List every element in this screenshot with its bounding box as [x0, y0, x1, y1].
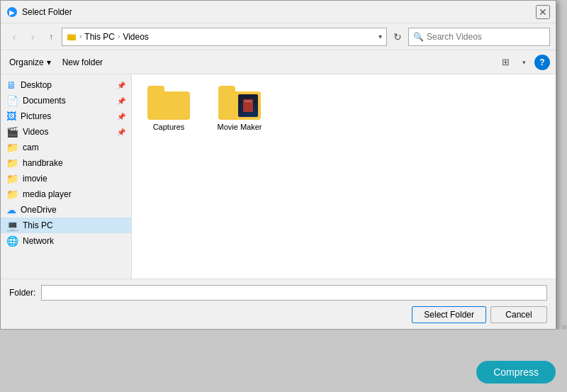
forward-button[interactable]: ›	[25, 29, 40, 45]
thispc-icon: 💻	[6, 220, 18, 231]
network-icon: 🌐	[6, 235, 18, 247]
select-folder-dialog: ▶ Select Folder ✕ ‹ › ↑ › This PC › Vide…	[0, 0, 556, 330]
file-item-captures[interactable]: Captures	[140, 83, 197, 134]
documents-icon: 📄	[6, 95, 18, 106]
file-grid: Captures	[140, 83, 547, 134]
folder-label: Folder:	[9, 288, 35, 298]
file-area: Captures	[132, 74, 556, 279]
folder-plain-icon	[147, 86, 190, 120]
sidebar-item-label: Desktop	[21, 80, 52, 90]
sidebar: 🖥 Desktop 📌 📄 Documents 📌 🖼 Pictures 📌 🎬…	[1, 74, 132, 279]
sidebar-item-label: This PC	[23, 220, 53, 230]
folder-input[interactable]	[41, 285, 547, 301]
onedrive-icon: ☁	[6, 204, 16, 215]
path-videos: Videos	[123, 32, 148, 42]
address-path[interactable]: › This PC › Videos ▾	[62, 28, 387, 46]
sidebar-item-label: handbrake	[23, 158, 63, 168]
resize-grip: ⊞	[561, 324, 567, 330]
compress-button[interactable]: Compress	[476, 361, 556, 383]
cancel-button[interactable]: Cancel	[490, 306, 547, 323]
folder-icon: 📁	[6, 142, 18, 153]
sidebar-item-label: imovie	[23, 174, 47, 184]
sidebar-item-label: OneDrive	[21, 205, 57, 215]
address-bar: ‹ › ↑ › This PC › Videos ▾ ↻ 🔍	[1, 23, 556, 50]
folder-movie-icon	[218, 86, 261, 120]
pin-icon: 📌	[117, 82, 125, 89]
file-label: Movie Maker	[218, 123, 262, 131]
sidebar-item-cam[interactable]: 📁 cam	[1, 140, 131, 155]
search-input[interactable]	[427, 32, 545, 42]
folder-icon: 📁	[6, 157, 18, 169]
desktop-icon: 🖥	[6, 79, 16, 91]
sidebar-item-desktop[interactable]: 🖥 Desktop 📌	[1, 77, 131, 93]
app-icon: ▶	[6, 6, 18, 18]
title-bar: ▶ Select Folder ✕	[1, 1, 556, 23]
view-button[interactable]: ⊞	[498, 55, 513, 70]
sidebar-item-imovie[interactable]: 📁 imovie	[1, 171, 131, 186]
sidebar-item-network[interactable]: 🌐 Network	[1, 233, 131, 249]
folder-input-row: Folder:	[9, 285, 547, 301]
main-content: 🖥 Desktop 📌 📄 Documents 📌 🖼 Pictures 📌 🎬…	[1, 74, 556, 279]
background-area: Compress	[0, 330, 567, 392]
view-chevron-button[interactable]: ▾	[519, 55, 529, 70]
back-button[interactable]: ‹	[6, 29, 22, 45]
file-item-movie-maker[interactable]: Movie Maker	[211, 83, 268, 134]
sidebar-item-onedrive[interactable]: ☁ OneDrive	[1, 202, 131, 218]
sidebar-item-this-pc[interactable]: 💻 This PC	[1, 218, 131, 233]
sidebar-item-label: Documents	[23, 96, 66, 106]
file-label: Captures	[153, 123, 185, 131]
refresh-button[interactable]: ↻	[390, 29, 405, 45]
button-row: Select Folder Cancel	[9, 306, 547, 323]
sidebar-item-pictures[interactable]: 🖼 Pictures 📌	[1, 108, 131, 124]
pin-icon: 📌	[117, 113, 125, 121]
sidebar-item-videos[interactable]: 🎬 Videos 📌	[1, 124, 131, 140]
new-folder-button[interactable]: New folder	[60, 56, 106, 69]
path-thispc: This PC	[84, 32, 115, 42]
organize-button[interactable]: Organize ▾	[6, 56, 54, 69]
pin-icon: 📌	[117, 128, 125, 136]
pictures-icon: 🖼	[6, 111, 16, 122]
sidebar-item-label: media player	[23, 189, 72, 199]
path-dropdown-button[interactable]: ▾	[378, 33, 382, 40]
toolbar: Organize ▾ New folder ⊞ ▾ ?	[1, 50, 556, 74]
up-button[interactable]: ↑	[43, 29, 59, 45]
folder-icon: 📁	[6, 173, 18, 184]
help-button[interactable]: ?	[534, 55, 550, 70]
footer: Folder: Select Folder Cancel	[1, 279, 556, 329]
pin-icon: 📌	[117, 97, 125, 105]
svg-text:▶: ▶	[9, 9, 15, 16]
svg-rect-3	[67, 35, 76, 40]
close-button[interactable]: ✕	[536, 5, 550, 19]
folder-icon: 📁	[6, 189, 18, 200]
sidebar-item-media-player[interactable]: 📁 media player	[1, 186, 131, 202]
sidebar-item-handbrake[interactable]: 📁 handbrake	[1, 155, 131, 171]
search-icon: 🔍	[413, 32, 424, 42]
sidebar-item-label: Pictures	[21, 111, 51, 121]
dialog-title: Select Folder	[22, 7, 536, 17]
search-box: 🔍	[408, 28, 550, 46]
videos-icon: 🎬	[6, 126, 18, 138]
select-folder-button[interactable]: Select Folder	[412, 306, 486, 323]
sidebar-item-label: Videos	[23, 127, 48, 137]
sidebar-item-label: Network	[23, 236, 54, 246]
sidebar-item-label: cam	[23, 142, 39, 152]
path-icon	[67, 32, 77, 42]
sidebar-item-documents[interactable]: 📄 Documents 📌	[1, 93, 131, 108]
